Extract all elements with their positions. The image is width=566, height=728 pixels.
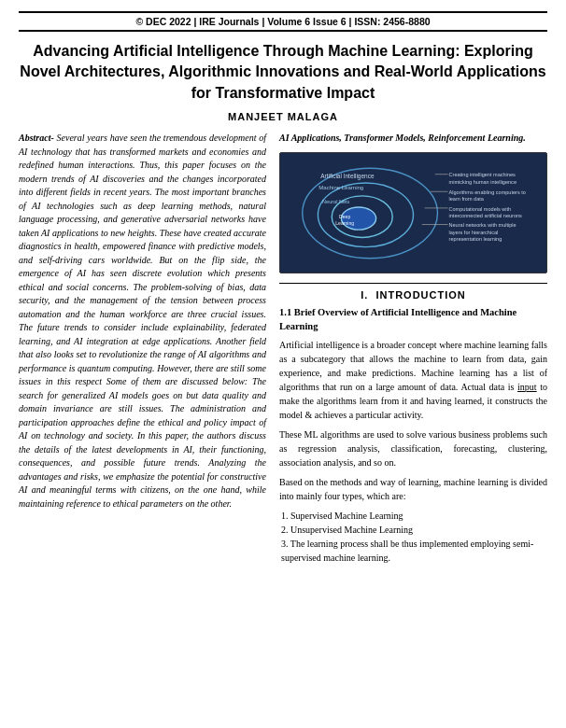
diagram-svg: Artificial Intelligence Machine Learning… — [286, 159, 541, 267]
list-item-1: 1. Supervised Machine Learning — [281, 509, 547, 523]
svg-text:mimicking human intelligence: mimicking human intelligence — [449, 179, 516, 185]
svg-text:representation learning: representation learning — [449, 236, 502, 242]
svg-text:layers for hierarchical: layers for hierarchical — [449, 230, 499, 235]
svg-text:Artificial Intelligence: Artificial Intelligence — [320, 174, 375, 181]
paper-title: Advancing Artificial Intelligence Throug… — [19, 41, 547, 104]
section-divider — [279, 283, 547, 284]
author-name: MANJEET MALAGA — [19, 111, 547, 122]
svg-text:Creating intelligent machines: Creating intelligent machines — [449, 173, 516, 178]
journal-header: © DEC 2022 | IRE Journals | Volume 6 Iss… — [19, 11, 547, 32]
header-text: © DEC 2022 | IRE Journals | Volume 6 Iss… — [135, 16, 430, 27]
right-column: AI Applications, Transformer Models, Rei… — [279, 132, 547, 567]
svg-text:Algorithms enabling computers : Algorithms enabling computers to — [449, 189, 526, 195]
abstract-label: Abstract- — [19, 133, 54, 143]
keywords-header: AI Applications, Transformer Models, Rei… — [279, 132, 547, 145]
svg-text:Neural networks with multiple: Neural networks with multiple — [449, 222, 516, 228]
two-column-layout: Abstract- Several years have seen the tr… — [19, 132, 547, 567]
intro-para-2: These ML algorithms are used to solve va… — [279, 427, 547, 469]
svg-text:interconnected artificial neur: interconnected artificial neurons — [449, 213, 523, 218]
ml-types-list: 1. Supervised Machine Learning 2. Unsupe… — [279, 509, 547, 565]
left-column: Abstract- Several years have seen the tr… — [19, 132, 266, 511]
svg-text:Neural Nets: Neural Nets — [322, 199, 350, 204]
svg-text:Computational models with: Computational models with — [449, 206, 512, 212]
list-item-2: 2. Unsupervised Machine Learning — [281, 523, 547, 537]
abstract-text: Several years have seen the tremendous d… — [19, 133, 266, 509]
svg-text:Machine Learning: Machine Learning — [318, 186, 363, 191]
svg-text:learn from data: learn from data — [449, 197, 485, 203]
section-number-title: I. INTRODUCTION — [279, 289, 547, 301]
svg-text:Learning: Learning — [335, 221, 354, 227]
list-item-3: 3. The learning process shall be thus im… — [281, 537, 547, 565]
abstract-paragraph: Abstract- Several years have seen the tr… — [19, 132, 266, 511]
ai-diagram: Artificial Intelligence Machine Learning… — [279, 152, 547, 273]
page: © DEC 2022 | IRE Journals | Volume 6 Iss… — [0, 0, 566, 728]
subsection-1-1-title: 1.1 Brief Overview of Artificial Intelli… — [279, 306, 547, 333]
svg-text:Deep: Deep — [339, 214, 350, 219]
intro-para-3: Based on the methods and way of learning… — [279, 475, 547, 503]
intro-para-1: Artificial intelligence is a broader con… — [279, 338, 547, 422]
